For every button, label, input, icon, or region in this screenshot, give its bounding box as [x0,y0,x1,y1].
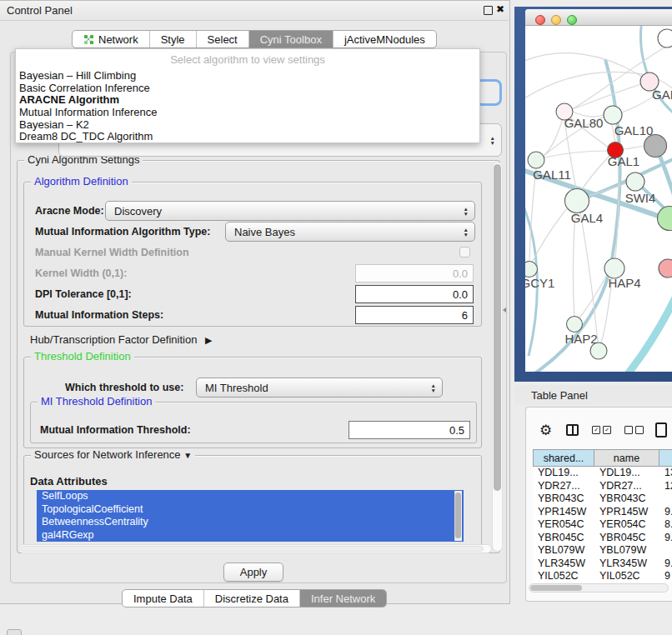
node-gray[interactable] [644,135,667,158]
network-view-window[interactable]: GAL8GAL80GAL10GAL1GAL11SWI4GAL4GCY1HAP4Y… [525,9,672,372]
network-edge[interactable] [544,151,608,158]
aracne-mode-combobox[interactable]: Discovery ▲▼ [105,201,475,221]
node-top[interactable] [658,29,672,48]
algorithm-option[interactable]: Bayesian – K2 [16,119,479,132]
attribute-item[interactable]: BetweennessCentrality [37,516,464,529]
network-edge[interactable] [605,294,672,372]
unchecked-boxes-icon[interactable] [624,426,644,434]
control-panel-tabs: NetworkStyleSelectCyni ToolboxjActiveMNo… [72,30,437,48]
node-GAL4[interactable] [565,189,589,213]
tab-jactivemnodules[interactable]: jActiveMNodules [333,31,436,48]
dpi-tolerance-label: DPI Tolerance [0,1]: [35,288,132,300]
table-panel-titlebar: Table Panel [514,385,672,405]
table-panel: ⚙ ✓✓ shared...nameYDL19...YDL19...13YDR2… [525,407,672,602]
column-header-shared...[interactable]: shared... [533,449,594,467]
close-traffic-light-icon[interactable] [535,15,545,25]
tab-label: Network [98,33,138,46]
stepper-icon: ▲▼ [464,228,469,237]
column-header-hidden[interactable] [659,449,672,467]
kernel-width-field[interactable]: 0.0 [355,264,474,282]
algorithm-option[interactable]: Dream8 DC_TDC Algorithm [16,131,479,143]
column-header-name[interactable]: name [594,449,659,467]
which-threshold-combobox[interactable]: MI Threshold ▲▼ [196,378,443,398]
node-GCY1[interactable] [525,262,538,278]
node-SWI4[interactable] [626,172,644,191]
gear-icon[interactable]: ⚙ [539,422,552,439]
mi-steps-field[interactable]: 6 [355,306,474,324]
table-cell: YLR345W [594,558,659,571]
tab-label: Select [208,33,238,46]
node-label-GAL10: GAL10 [614,123,654,138]
node-pink-right[interactable] [659,259,672,278]
algorithm-option[interactable]: ARACNE Algorithm [16,94,479,107]
table-row[interactable]: YER054CYER054C8. [533,518,672,532]
network-window-titlebar[interactable] [525,9,672,26]
node-GAL10[interactable] [604,106,622,124]
network-edge[interactable] [623,146,644,149]
node-GAL11[interactable] [528,152,544,168]
close-icon[interactable]: ✖ [496,3,504,15]
network-edge[interactable] [525,53,649,82]
attributes-scrollbar-thumb[interactable] [455,492,461,538]
float-panel-icon[interactable] [484,6,493,15]
tab-style[interactable]: Style [149,31,196,48]
kernel-width-label: Kernel Width (0,1): [35,268,127,279]
node-table[interactable]: shared...nameYDL19...YDL19...13YDR27...Y… [533,449,672,583]
tab-select[interactable]: Select [196,31,248,48]
table-row[interactable]: YDR27...YDR27...12 [533,480,672,493]
mi-type-label: Mutual Information Algorithm Type: [35,226,210,238]
network-canvas[interactable]: GAL8GAL80GAL10GAL1GAL11SWI4GAL4GCY1HAP4Y… [525,26,672,372]
attribute-item[interactable]: TopologicalCoefficient [37,503,464,517]
tab-impute-data[interactable]: Impute Data [123,590,203,607]
apply-button-label: Apply [240,566,268,578]
tab-discretize-data[interactable]: Discretize Data [203,590,299,607]
table-row[interactable]: YBR045CYBR045C9. [533,532,672,545]
table-row[interactable]: YPR145WYPR145W9. [533,506,672,519]
network-edge[interactable] [580,212,598,342]
network-edge[interactable] [580,156,609,192]
algorithm-definition-title: Algorithm Definition [31,175,132,188]
settings-vertical-thumb[interactable] [494,164,501,491]
data-attributes-list[interactable]: SelfLoopsTopologicalCoefficientBetweenne… [37,490,464,542]
node-label-SWI4: SWI4 [625,191,656,205]
stepper-icon: ▲▼ [464,207,469,216]
minimize-traffic-light-icon[interactable] [551,15,561,25]
apply-button[interactable]: Apply [223,562,283,582]
minimized-panel-icon[interactable] [7,629,22,635]
table-row[interactable]: YBL079WYBL079W [533,544,672,558]
table-row[interactable]: YLR345WYLR345W9. [533,558,672,571]
mi-type-value: Naive Bayes [234,226,295,238]
attribute-item[interactable]: SelfLoops [37,490,464,503]
mi-threshold-field[interactable]: 0.5 [349,421,470,439]
algorithm-option[interactable]: Bayesian – Hill Climbing [16,70,479,82]
algorithm-option[interactable]: Basic Correlation Inference [16,82,479,95]
table-row[interactable]: YDL19...YDL19...13 [533,467,672,480]
node-label-GAL1: GAL1 [608,154,639,168]
node-HAP2[interactable] [567,317,583,332]
panel-collapse-arrow[interactable] [503,308,506,312]
zoom-traffic-light-icon[interactable] [567,15,577,25]
network-edge[interactable] [574,212,575,317]
table-horizontal-thumb[interactable] [530,585,582,591]
algorithm-option[interactable]: Mutual Information Inference [16,107,479,119]
checked-boxes-icon[interactable]: ✓✓ [592,426,611,434]
hub-definition-expander[interactable]: Hub/Transcription Factor Definition ▶ [30,333,212,346]
expander-down-icon[interactable]: ▼ [183,451,192,460]
table-row[interactable]: YIL052CYIL052C9 [533,570,672,583]
dpi-tolerance-field[interactable]: 0.0 [355,285,474,303]
node-bright-green[interactable] [658,207,672,231]
table-row[interactable]: YBR043CYBR043C [533,492,672,506]
network-edge[interactable] [532,208,567,262]
mi-type-combobox[interactable]: Naive Bayes ▲▼ [225,222,475,242]
settings-horizontal-thumb[interactable] [20,546,484,552]
document-icon[interactable] [655,422,667,438]
manual-kernel-label: Manual Kernel Width Definition [35,247,189,258]
tab-infer-network[interactable]: Infer Network [299,590,386,607]
tab-network[interactable]: Network [73,31,149,48]
tab-cyni-toolbox[interactable]: Cyni Toolbox [248,31,333,48]
hub-definition-label: Hub/Transcription Factor Definition [30,333,197,346]
attribute-item[interactable]: gal4RGexp [37,529,464,542]
columns-icon[interactable] [566,424,579,436]
tab-label: Style [161,33,185,46]
manual-kernel-checkbox[interactable] [459,247,470,258]
